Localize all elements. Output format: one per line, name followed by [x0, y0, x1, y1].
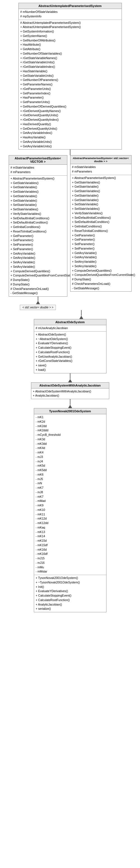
method-GetStateVariableUnits: + GetStateVariableUnits(): [21, 74, 120, 78]
method-GetAnyVariableUnits1: + GetAnyVariableUnits(): [21, 140, 120, 144]
box-parameterised-stdvector: AbstractParameterisedSystem< std::vector…: [70, 155, 132, 291]
method-CalculateStoppingEvent-tyson: + CalculateStoppingEvent(): [36, 593, 105, 598]
method-GetNumberOfAttributes: + GetNumberOfAttributes(): [21, 38, 120, 43]
attr-mStateVariables-vec: # mStateVariables: [11, 165, 65, 170]
method-ResetToInitialConditions-std: + ResetToInitialConditions(): [72, 229, 130, 233]
method-DumpState-vec1: # DumpState(): [11, 278, 65, 282]
diagram-container: AbstractUntemplatedParameterisedSystem #…: [0, 0, 140, 615]
method-GetStateVariables-std2: + GetStateVariables(): [72, 189, 130, 193]
attr-mK2dd: - mK2dd: [36, 424, 105, 429]
attr-mK7: - mK7: [36, 486, 105, 490]
line-vec-down: [38, 297, 38, 301]
method-CalculateRootFunction-tyson: + CalculateRootFunction(): [36, 598, 105, 602]
template-param-label: < std::vector< double > >: [20, 305, 56, 310]
attr-mMu: - mMu: [36, 565, 105, 570]
method-constructor-vec: + AbstractParameterisedSystem(): [11, 177, 65, 181]
method-EvaluateYDerivatives-ode: + EvaluateYDerivatives(): [36, 341, 105, 346]
arrow-vec: [36, 301, 40, 304]
method-HasAnyVariable: + HasAnyVariable(): [21, 135, 120, 140]
method-SetAnyVariable-vec1: + SetAnyVariable(): [11, 260, 65, 265]
attr-mK1: - mK1: [36, 415, 105, 420]
method-GetParameterUnits: + GetParameterUnits(): [21, 100, 120, 104]
method-rGetStateVariableUnits: + rGetStateVariableUnits(): [21, 60, 120, 65]
box-tyson-novak-title: TysonNovak2001OdeSystem: [34, 408, 106, 414]
method-GetAnyVariable-std1: + GetAnyVariable(): [72, 251, 130, 255]
method-AbstractOdeSystemWithAnalyticJacobian-ctor: + AbstractOdeSystemWithAnalyticJacobian(…: [33, 389, 107, 394]
attr-mUseAnalyticJacobian: # mUseAnalyticJacobian: [36, 326, 105, 331]
method-AnalyticJacobian-tyson: + AnalyticJacobian(): [36, 602, 105, 607]
method-GetAnyVariable-vec1: + GetAnyVariable(): [11, 251, 65, 256]
box-parameterised-stdvector-attrs: # mStateVariables # mParameters: [70, 164, 131, 175]
method-GetStateVariable-std3: + GetStateVariable(): [72, 198, 130, 203]
method-AnalyticJacobian: + AnalyticJacobian(): [33, 394, 107, 398]
method-SetParameter-vec2: + SetParameter(): [11, 247, 65, 251]
method-GetSystemName: + GetSystemName(): [21, 34, 120, 38]
attr-mK16d: - mK16d: [36, 548, 105, 552]
box-abstract-untemplated: AbstractUntemplatedParameterisedSystem #…: [19, 3, 122, 150]
method-GetParameter-std2: + GetParameter(): [72, 238, 130, 242]
box-parameterised-vector-title: AbstractParameterisedSystem< VECTOR >: [9, 155, 67, 165]
attr-mK3dd: - mK3dd: [36, 442, 105, 446]
box-abstract-untemplated-title: AbstractUntemplatedParameterisedSystem: [19, 3, 121, 9]
method-abstract-constructor-public: + AbstractUntemplatedParameterisedSystem…: [21, 25, 120, 29]
attr-mK12dd: - mK12dd: [36, 521, 105, 525]
method-load-ode: + load(): [36, 368, 105, 372]
method-GetStateVariable-vec2: + GetStateVariable(): [11, 194, 65, 198]
method-VerifyStateVariables-vec: + VerifyStateVariables(): [11, 212, 65, 216]
method-GetStateVariable-vec3: + GetStateVariable(): [11, 198, 65, 203]
box-parameterised-stdvector-methods: + AbstractParameterisedSystem() + GetSta…: [70, 175, 131, 291]
method-SetParameter-std2: + SetParameter(): [72, 246, 130, 251]
method-rGetDerivedQuantityNames: + rGetDerivedQuantityNames(): [21, 109, 120, 114]
attr-mJ5: - mJ5: [36, 477, 105, 482]
method-CalculateStoppingEvent-ode: + CalculateStoppingEvent(): [36, 346, 105, 350]
method-HasAttribute: + HasAttribute(): [21, 42, 120, 47]
method-constructor-std: + AbstractParameterisedSystem(): [72, 176, 130, 180]
method-TysonNovak-ctor: + TysonNovak2001OdeSystem(): [36, 576, 105, 580]
method-GetNumberOfDerivedQuantities: + GetNumberOfDerivedQuantities(): [21, 104, 120, 109]
connector-ode-to-analytic: [3, 373, 137, 382]
method-GetStateVariables-vec1: + GetStateVariables(): [11, 181, 65, 185]
method-GetStateVariable-std2: + GetStateVariable(): [72, 193, 130, 198]
method-GetParameterNames: + GetParameterNames(): [21, 82, 120, 87]
attr-mJ15: - mJ15: [36, 556, 105, 561]
attr-mpSystemInfo: # mpSystemInfo: [21, 14, 120, 19]
box-abstract-untemplated-methods: # AbstractUntemplatedParameterisedSystem…: [19, 20, 121, 150]
attr-mJ3: - mJ3: [36, 455, 105, 459]
attr-mJ8: - mJ8: [36, 490, 105, 495]
attr-mK2d: - mK2d: [36, 420, 105, 424]
method-ComputeDerivedQuantities-std: + ComputeDerivedQuantities(): [72, 269, 130, 273]
method-SetAnyVariable-std1: + SetAnyVariable(): [72, 260, 130, 264]
attr-mK4-1: - mK4d: [36, 446, 105, 451]
method-GetInitialConditions-std: + GetInitialConditions(): [72, 224, 130, 229]
method-ComputeDerivedQuantities-vec: + ComputeDerivedQuantities(): [11, 269, 65, 274]
method-rGetStateVariableNames: + rGetStateVariableNames(): [21, 56, 120, 61]
line1: [70, 150, 70, 155]
method-EvaluateYDerivatives-tyson: + EvaluateYDerivatives(): [36, 589, 105, 593]
attr-mParameters-std: # mParameters: [72, 169, 130, 174]
method-rGetDerivedQuantityUnits: + rGetDerivedQuantityUnits(): [21, 113, 120, 118]
method-SetDefaultInitialConditions-std: + SetDefaultInitialConditions(): [72, 216, 130, 220]
method-GetAnyVariableIndex: + GetAnyVariableIndex(): [21, 131, 120, 135]
attr-mMstar: - mMstar: [36, 569, 105, 574]
attr-mK4-2: - mK4: [36, 451, 105, 455]
method-rGetConstStateVariables: + rGetConstStateVariables(): [36, 359, 105, 363]
method-ResetToInitialConditions-vec: + ResetToInitialConditions(): [11, 229, 65, 234]
method-GetUseAnalyticJacobian: + GetUseAnalyticJacobian(): [36, 354, 105, 359]
line-analytic-tyson: [70, 399, 70, 405]
attr-mK16df: - mK16df: [36, 552, 105, 556]
method-rGetParameterUnits: + rGetParameterUnits(): [21, 87, 120, 91]
box-analytic-jacobian-methods: + AbstractOdeSystemWithAnalyticJacobian(…: [31, 389, 109, 399]
method-abstract-constructor-protected: # AbstractUntemplatedParameterisedSystem…: [21, 21, 120, 25]
box-analytic-jacobian: AbstractOdeSystemWithAnalyticJacobian + …: [31, 382, 109, 399]
method-SetDefaultInitialCondition-vec: + SetDefaultInitialCondition(): [11, 220, 65, 225]
attr-mMad: - mMad: [36, 499, 105, 503]
method-GetParameter-std1: + GetParameter(): [72, 233, 130, 238]
method-GetAnyVariable-vec2: + GetAnyVariable(): [11, 256, 65, 260]
connector-analytic-to-tyson: [3, 399, 137, 408]
connector-std-to-ode: [79, 310, 83, 319]
attr-mKaq: - mKaq: [36, 525, 105, 530]
method-Init-tyson: + Init(): [36, 585, 105, 589]
attr-mK13: - mK13: [36, 530, 105, 534]
method-SetDefaultInitialConditions-vec: + SetDefaultInitialConditions(): [11, 216, 65, 221]
arrow-ode-analytic: [68, 379, 72, 382]
